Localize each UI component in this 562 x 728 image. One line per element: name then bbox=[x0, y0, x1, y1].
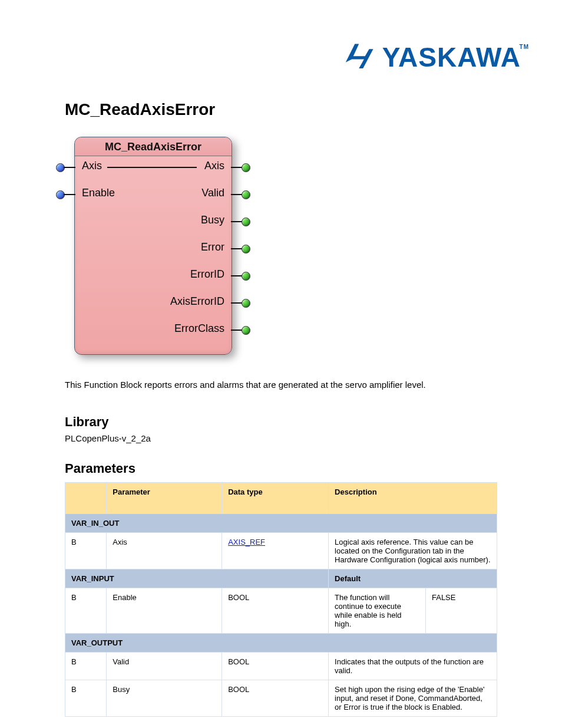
cell-desc-wrap: The function will continue to execute wh… bbox=[329, 588, 497, 634]
pin-dot-output bbox=[242, 245, 250, 253]
parameters-table: Parameter Data type Description VAR_IN_O… bbox=[65, 482, 497, 717]
pin-label-errorid: ErrorID bbox=[190, 268, 224, 281]
cell-dtype: BOOL bbox=[222, 653, 329, 680]
cell-desc: Logical axis reference. This value can b… bbox=[329, 533, 497, 569]
library-body: PLCopenPlus-v_2_2a bbox=[65, 433, 497, 443]
cell-b: B bbox=[65, 680, 107, 717]
function-block-diagram: MC_ReadAxisError Axis Enable Axis Val bbox=[74, 137, 232, 355]
page-title: MC_ReadAxisError bbox=[41, 100, 521, 119]
group-var-in-out: VAR_IN_OUT bbox=[65, 514, 497, 533]
cell-b: B bbox=[65, 533, 107, 569]
pin-dot-output bbox=[242, 299, 250, 308]
pin-label-valid: Valid bbox=[201, 187, 224, 199]
table-row: B Enable BOOL The function will continue… bbox=[65, 588, 497, 634]
pin-stub bbox=[231, 167, 243, 168]
pin-stub bbox=[231, 302, 243, 304]
cell-desc: The function will continue to execute wh… bbox=[329, 588, 426, 633]
description-text: This Function Block reports errors and a… bbox=[65, 378, 497, 391]
yaskawa-brush-icon bbox=[345, 42, 375, 73]
col-parameter: Parameter bbox=[107, 483, 222, 514]
pin-stub bbox=[231, 221, 243, 222]
cell-default: FALSE bbox=[426, 588, 497, 633]
group-label: VAR_OUTPUT bbox=[65, 634, 497, 653]
pin-dot-output bbox=[242, 163, 250, 172]
pin-dot-output bbox=[242, 272, 250, 281]
table-row: B Axis AXIS_REF Logical axis reference. … bbox=[65, 533, 497, 569]
group-default: Default bbox=[329, 569, 497, 588]
table-row: B Busy BOOL Set high upon the rising edg… bbox=[65, 680, 497, 717]
cell-dtype: AXIS_REF bbox=[222, 533, 329, 569]
cell-b: B bbox=[65, 653, 107, 680]
pin-dot-output bbox=[242, 190, 250, 199]
cell-desc: Set high upon the rising edge of the 'En… bbox=[329, 680, 497, 717]
group-label: VAR_IN_OUT bbox=[65, 514, 497, 533]
table-header-row: Parameter Data type Description bbox=[65, 483, 497, 514]
cell-param: Busy bbox=[107, 680, 222, 717]
group-var-output: VAR_OUTPUT bbox=[65, 634, 497, 653]
cell-b: B bbox=[65, 588, 107, 634]
yaskawa-logo: YASKAWA TM bbox=[345, 41, 521, 73]
pin-label-errorclass: ErrorClass bbox=[174, 322, 224, 335]
parameters-heading: Parameters bbox=[65, 461, 497, 476]
col-description: Description bbox=[329, 483, 497, 514]
cell-dtype: BOOL bbox=[222, 680, 329, 717]
pin-stub bbox=[231, 330, 243, 331]
pin-stub bbox=[231, 248, 243, 249]
axis-ref-link[interactable]: AXIS_REF bbox=[228, 538, 265, 546]
cell-param: Enable bbox=[107, 588, 222, 634]
group-var-input: VAR_INPUT Default bbox=[65, 569, 497, 588]
pin-label-busy: Busy bbox=[201, 214, 224, 226]
group-label: VAR_INPUT bbox=[65, 569, 329, 588]
trademark-symbol: TM bbox=[520, 44, 529, 50]
cell-param: Axis bbox=[107, 533, 222, 569]
pin-label-enable: Enable bbox=[82, 187, 115, 199]
cell-param: Valid bbox=[107, 653, 222, 680]
pin-label-error: Error bbox=[201, 241, 224, 253]
pin-stub bbox=[231, 194, 243, 195]
pin-label-axiserrorid: AxisErrorID bbox=[170, 295, 224, 308]
pin-label-axis-in: Axis bbox=[82, 160, 102, 172]
fb-title: MC_ReadAxisError bbox=[75, 137, 232, 156]
pin-stub bbox=[64, 194, 75, 195]
pin-dot-output bbox=[242, 218, 250, 226]
pin-label-axis-out: Axis bbox=[204, 160, 224, 172]
cell-desc: Indicates that the outputs of the functi… bbox=[329, 653, 497, 680]
pin-stub bbox=[231, 275, 243, 276]
inout-link-line bbox=[107, 167, 197, 168]
table-row: B Valid BOOL Indicates that the outputs … bbox=[65, 653, 497, 680]
yaskawa-logo-text: YASKAWA TM bbox=[382, 41, 521, 73]
col-datatype: Data type bbox=[222, 483, 329, 514]
pin-dot-output bbox=[242, 326, 250, 335]
logo-word: YASKAWA bbox=[382, 42, 521, 73]
library-heading: Library bbox=[65, 414, 521, 430]
cell-dtype: BOOL bbox=[222, 588, 329, 634]
pin-stub bbox=[64, 167, 75, 168]
